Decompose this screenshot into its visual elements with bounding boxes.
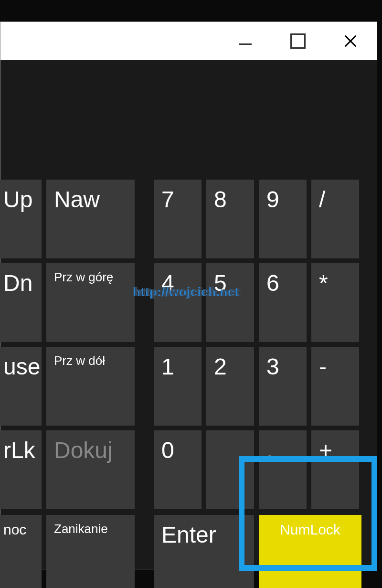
- key-6[interactable]: 6: [259, 263, 307, 342]
- key-move-up[interactable]: Prz w górę: [46, 263, 135, 342]
- key-fade[interactable]: Zanikanie: [46, 515, 135, 588]
- key-dock[interactable]: Dokuj: [46, 430, 135, 509]
- key-help[interactable]: noc: [0, 515, 42, 588]
- key-0[interactable]: 0: [154, 430, 202, 509]
- key-7[interactable]: 7: [154, 180, 202, 258]
- key-row-1: Up Naw 7 8 9 /: [0, 180, 361, 258]
- key-numlock[interactable]: NumLock: [259, 515, 361, 588]
- key-4[interactable]: 4: [154, 263, 202, 342]
- key-pgup[interactable]: Up: [0, 180, 42, 258]
- key-add[interactable]: +: [311, 430, 359, 509]
- key-9[interactable]: 9: [259, 180, 307, 258]
- key-row-5: noc Zanikanie Enter NumLock: [0, 515, 361, 588]
- key-row-3: use Prz w dół 1 2 3 -: [0, 347, 361, 426]
- key-8[interactable]: 8: [206, 180, 254, 258]
- key-blank[interactable]: [206, 430, 254, 509]
- key-scrlk[interactable]: rLk: [0, 430, 42, 509]
- maximize-button[interactable]: [272, 22, 324, 60]
- key-3[interactable]: 3: [259, 347, 307, 426]
- key-multiply[interactable]: *: [311, 263, 359, 342]
- close-icon: [343, 34, 358, 48]
- key-5[interactable]: 5: [206, 263, 254, 342]
- key-divide[interactable]: /: [311, 180, 359, 258]
- key-enter[interactable]: Enter: [154, 515, 254, 588]
- key-pause[interactable]: use: [0, 347, 42, 426]
- key-row-4: rLk Dokuj 0 . +: [0, 430, 361, 509]
- window-titlebar: [0, 22, 377, 60]
- minimize-button[interactable]: [219, 22, 272, 60]
- key-nav[interactable]: Naw: [46, 180, 135, 258]
- close-button[interactable]: [324, 22, 377, 60]
- key-2[interactable]: 2: [206, 347, 254, 426]
- key-subtract[interactable]: -: [311, 347, 359, 426]
- key-pgdn[interactable]: Dn: [0, 263, 42, 342]
- key-dot[interactable]: .: [259, 430, 307, 509]
- osk-window: Up Naw 7 8 9 / Dn Prz w górę 4 5 6 * use…: [0, 21, 377, 569]
- key-1[interactable]: 1: [154, 347, 202, 426]
- key-grid: Up Naw 7 8 9 / Dn Prz w górę 4 5 6 * use…: [0, 180, 361, 588]
- key-row-2: Dn Prz w górę 4 5 6 *: [0, 263, 361, 342]
- key-move-down[interactable]: Prz w dół: [46, 347, 135, 426]
